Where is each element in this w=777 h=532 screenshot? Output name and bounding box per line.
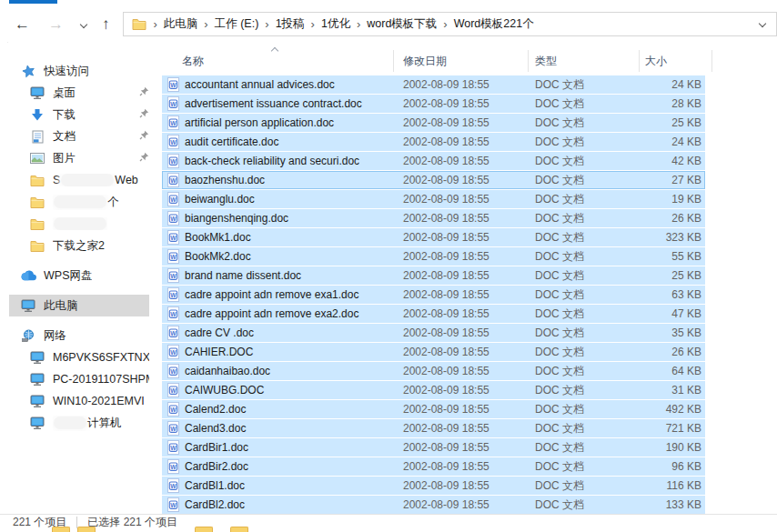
file-date-modified: 2002-08-09 18:55 bbox=[394, 498, 529, 511]
file-name: CardBir1.doc bbox=[185, 441, 248, 454]
file-row[interactable]: Wbrand name dissent.doc2002-08-09 18:55D… bbox=[162, 266, 705, 285]
file-row[interactable]: WBookMk1.doc2002-08-09 18:55DOC 文档323 KB bbox=[162, 228, 705, 246]
sidebar-item-label: WIN10-2021EMVI bbox=[53, 395, 145, 407]
pictures-icon bbox=[29, 151, 45, 166]
word-doc-icon: W bbox=[167, 230, 179, 245]
file-row[interactable]: Waccountant annual advices.doc2002-08-09… bbox=[162, 75, 705, 94]
file-type: DOC 文档 bbox=[529, 115, 640, 131]
file-row[interactable]: WCAIWUBG.DOC2002-08-09 18:55DOC 文档31 KB bbox=[162, 381, 705, 399]
file-name: brand name dissent.doc bbox=[185, 269, 301, 282]
file-type: DOC 文档 bbox=[529, 326, 640, 341]
file-name: CardBl2.doc bbox=[185, 498, 245, 511]
sidebar-item[interactable]: SWeb bbox=[9, 169, 149, 191]
file-row[interactable]: Waudit certificate.doc2002-08-09 18:55DO… bbox=[162, 133, 705, 151]
forward-button[interactable]: → bbox=[43, 13, 69, 35]
file-row[interactable]: Wcadre CV .doc2002-08-09 18:55DOC 文档35 K… bbox=[162, 324, 705, 342]
address-dropdown-button[interactable] bbox=[756, 15, 769, 34]
file-name: accountant annual advices.doc bbox=[185, 78, 335, 91]
file-size: 190 KB bbox=[640, 441, 705, 454]
breadcrumb-item[interactable]: 1优化 bbox=[321, 16, 350, 32]
pin-icon[interactable] bbox=[139, 108, 149, 121]
file-size: 96 KB bbox=[640, 460, 705, 473]
word-doc-icon: W bbox=[167, 287, 179, 302]
breadcrumb-item[interactable]: word模板下载 bbox=[367, 16, 437, 32]
sidebar-item[interactable]: M6PVKS6SFXTNX bbox=[9, 346, 149, 368]
file-name-cell: Waccountant annual advices.doc bbox=[162, 77, 394, 92]
pin-icon[interactable] bbox=[139, 130, 149, 143]
file-row[interactable]: Wbaozhenshu.doc2002-08-09 18:55DOC 文档27 … bbox=[162, 171, 705, 189]
file-row[interactable]: Wback-check reliability and securi.doc20… bbox=[162, 152, 705, 170]
file-row[interactable]: WBookMk2.doc2002-08-09 18:55DOC 文档55 KB bbox=[162, 247, 705, 266]
recent-locations-button[interactable] bbox=[76, 11, 91, 37]
column-header-date-modified[interactable]: 修改日期 bbox=[394, 50, 529, 72]
svg-text:W: W bbox=[170, 483, 177, 489]
file-row[interactable]: Wcadre appoint adn remove exa1.doc2002-0… bbox=[162, 286, 705, 304]
column-header-name[interactable]: 名称 bbox=[162, 50, 394, 72]
file-row[interactable]: Wcaidanhaibao.doc2002-08-09 18:55DOC 文档6… bbox=[162, 362, 705, 380]
file-row[interactable]: Wartificial person application.doc2002-0… bbox=[162, 114, 705, 132]
sidebar-item[interactable]: 下载 bbox=[9, 104, 149, 125]
svg-text:W: W bbox=[170, 349, 177, 356]
file-name-cell: Wcadre appoint adn remove exa2.doc bbox=[162, 306, 394, 321]
breadcrumb-item[interactable]: 工作 (E:) bbox=[215, 16, 259, 32]
column-header-size[interactable]: 大小 bbox=[640, 50, 712, 72]
sidebar-item[interactable]: 下载之家2 bbox=[9, 235, 149, 256]
file-row[interactable]: WCardBl1.doc2002-08-09 18:55DOC 文档116 KB bbox=[162, 477, 705, 495]
sidebar-item-label: 下载 bbox=[53, 107, 76, 123]
svg-text:W: W bbox=[170, 387, 177, 394]
sidebar-item[interactable]: 网络 bbox=[9, 325, 149, 346]
file-row[interactable]: WCardBir1.doc2002-08-09 18:55DOC 文档190 K… bbox=[162, 438, 705, 457]
file-size: 492 KB bbox=[640, 403, 705, 416]
sidebar-item[interactable]: 个 bbox=[9, 191, 149, 213]
sidebar-item[interactable]: 文档 bbox=[9, 125, 149, 147]
file-row[interactable]: Wadvertisement issuance contract.doc2002… bbox=[162, 95, 705, 113]
file-name: cadre appoint adn remove exa1.doc bbox=[185, 288, 358, 301]
file-name: BookMk2.doc bbox=[185, 250, 251, 263]
file-row[interactable]: WCAHIER.DOC2002-08-09 18:55DOC 文档26 KB bbox=[162, 343, 705, 361]
sidebar-item[interactable]: PC-20191107SHPM bbox=[9, 368, 149, 390]
file-name-cell: Waudit certificate.doc bbox=[162, 135, 394, 149]
sidebar-item-label: 计算机 bbox=[53, 416, 122, 431]
up-button[interactable]: ↑ bbox=[96, 13, 116, 35]
sidebar-item[interactable]: 此电脑 bbox=[9, 295, 149, 316]
sidebar-item[interactable]: 图片 bbox=[9, 147, 149, 169]
file-row[interactable]: WCardBir2.doc2002-08-09 18:55DOC 文档96 KB bbox=[162, 457, 705, 476]
file-row[interactable]: Wbeiwanglu.doc2002-08-09 18:55DOC 文档19 K… bbox=[162, 190, 705, 208]
cloud-icon bbox=[20, 268, 36, 283]
file-row[interactable]: Wbiangenshenqing.doc2002-08-09 18:55DOC … bbox=[162, 209, 705, 227]
folder-icon bbox=[131, 16, 147, 31]
svg-text:W: W bbox=[170, 502, 177, 508]
file-name-cell: WCardBl2.doc bbox=[162, 497, 394, 512]
sidebar-item[interactable]: WPS网盘 bbox=[9, 265, 149, 286]
navigation-pane: 快速访问桌面下载文档图片SWeb个下载之家2WPS网盘此电脑网络M6PVKS6S… bbox=[0, 43, 162, 514]
word-doc-icon: W bbox=[167, 96, 179, 111]
sidebar-item[interactable]: WIN10-2021EMVI bbox=[9, 390, 149, 412]
pin-icon[interactable] bbox=[139, 86, 149, 99]
column-header-type[interactable]: 类型 bbox=[529, 50, 640, 72]
file-size: 24 KB bbox=[640, 136, 705, 148]
sidebar-item[interactable] bbox=[9, 213, 149, 235]
back-button[interactable]: ← bbox=[9, 13, 35, 35]
computer-icon bbox=[29, 350, 45, 365]
file-row[interactable]: WCardBl2.doc2002-08-09 18:55DOC 文档133 KB bbox=[162, 496, 705, 514]
word-doc-icon: W bbox=[167, 497, 179, 512]
file-date-modified: 2002-08-09 18:55 bbox=[394, 231, 529, 244]
sidebar-item[interactable]: 桌面 bbox=[9, 82, 149, 104]
svg-text:W: W bbox=[170, 426, 177, 432]
address-bar[interactable]: ›此电脑›工作 (E:)›1投稿›1优化›word模板下载›Word模板221个 bbox=[123, 12, 777, 36]
file-row[interactable]: Wcadre appoint adn remove exa2.doc2002-0… bbox=[162, 305, 705, 323]
back-arrow-icon: ← bbox=[15, 15, 30, 33]
file-name: artificial person application.doc bbox=[185, 116, 334, 129]
word-doc-icon: W bbox=[167, 154, 179, 168]
sidebar-item[interactable]: 计算机 bbox=[9, 412, 149, 434]
file-date-modified: 2002-08-09 18:55 bbox=[394, 422, 529, 435]
breadcrumb-item[interactable]: 1投稿 bbox=[276, 16, 305, 32]
file-row[interactable]: WCalend3.doc2002-08-09 18:55DOC 文档721 KB bbox=[162, 419, 705, 437]
pin-icon[interactable] bbox=[139, 152, 149, 165]
sidebar-item[interactable]: 快速访问 bbox=[9, 60, 149, 82]
svg-text:W: W bbox=[170, 139, 177, 146]
breadcrumb-item[interactable]: 此电脑 bbox=[164, 16, 198, 32]
file-name-cell: WBookMk2.doc bbox=[162, 249, 394, 264]
breadcrumb-item[interactable]: Word模板221个 bbox=[454, 16, 534, 32]
file-row[interactable]: WCalend2.doc2002-08-09 18:55DOC 文档492 KB bbox=[162, 400, 705, 418]
